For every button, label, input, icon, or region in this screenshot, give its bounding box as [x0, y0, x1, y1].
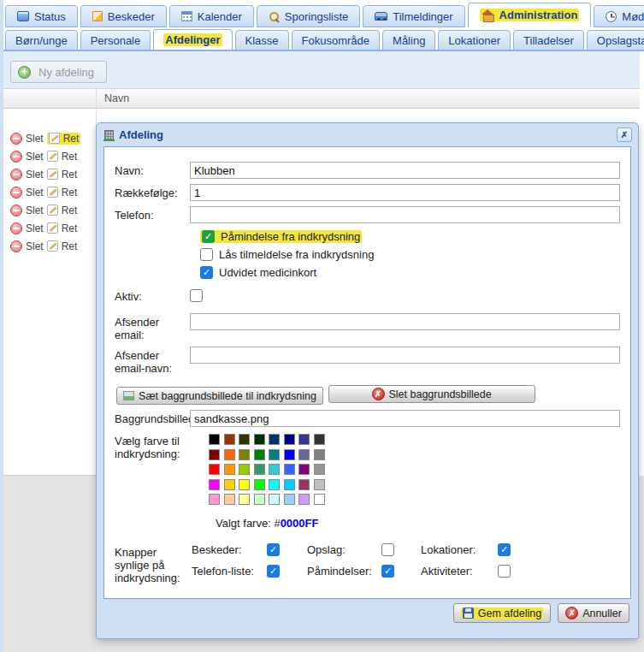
delete-row-action[interactable]: Slet: [10, 222, 44, 234]
aktiviteter--checkbox[interactable]: [498, 565, 511, 578]
close-icon[interactable]: ✗: [617, 127, 632, 142]
color-swatch[interactable]: [284, 464, 295, 475]
p-mindelse-fra-indkrydsning-checkbox[interactable]: ✓: [202, 230, 215, 243]
color-swatch[interactable]: [209, 494, 220, 505]
p-mindelser--checkbox[interactable]: ✓: [381, 565, 394, 578]
color-swatch[interactable]: [314, 494, 325, 505]
color-swatch[interactable]: [209, 434, 220, 445]
aktiv-checkbox[interactable]: [190, 289, 203, 302]
delete-row-action[interactable]: Slet: [10, 187, 44, 199]
edit-row-action[interactable]: Ret: [47, 204, 78, 216]
color-swatch[interactable]: [209, 464, 220, 475]
color-swatch[interactable]: [239, 449, 250, 460]
edit-row-action[interactable]: Ret: [47, 187, 78, 199]
telefon-label: Telefon:: [115, 206, 190, 223]
tab-tilladelser[interactable]: Tilladelser: [513, 30, 584, 50]
tab-lokationer[interactable]: Lokationer: [438, 30, 511, 50]
tab-label: Afdelinger: [165, 33, 220, 46]
color-swatch[interactable]: [269, 449, 280, 460]
color-swatch[interactable]: [298, 449, 310, 460]
navn-input[interactable]: [190, 162, 620, 179]
delete-background-button[interactable]: Slet baggrundsbillede: [328, 385, 535, 403]
color-swatch[interactable]: [269, 464, 280, 475]
color-swatch[interactable]: [269, 494, 280, 505]
house-icon: [482, 9, 494, 21]
color-swatch[interactable]: [284, 494, 295, 505]
delete-row-action[interactable]: Slet: [10, 240, 44, 252]
tab-m-ling[interactable]: Måling: [382, 30, 435, 50]
color-swatch[interactable]: [284, 479, 295, 490]
tab-fokusomr-de[interactable]: Fokusområde: [292, 30, 380, 50]
color-swatch[interactable]: [254, 464, 265, 475]
tab-label: Fokusområde: [302, 34, 369, 47]
delete-row-action[interactable]: Slet: [10, 204, 44, 216]
edit-row-action[interactable]: Ret: [47, 133, 81, 145]
tab-status[interactable]: Status: [5, 5, 78, 27]
set-background-button[interactable]: Sæt baggrundsbillede til indkrydsning: [116, 387, 323, 405]
afsender-email-input[interactable]: [190, 313, 620, 330]
tab-m-detid[interactable]: Mødetid: [594, 5, 644, 27]
tab-kalender[interactable]: Kalender: [169, 5, 254, 27]
tab-klasse[interactable]: Klasse: [235, 30, 289, 50]
color-swatch[interactable]: [239, 494, 250, 505]
delete-row-action[interactable]: Slet: [10, 133, 44, 145]
color-swatch[interactable]: [239, 434, 250, 445]
color-swatch[interactable]: [314, 434, 325, 445]
beskeder--checkbox[interactable]: ✓: [267, 543, 280, 556]
edit-label: Ret: [62, 222, 78, 234]
color-swatch[interactable]: [224, 494, 235, 505]
afsender-email-navn-input[interactable]: [190, 347, 620, 364]
tab-afdelinger[interactable]: Afdelinger: [153, 29, 232, 50]
color-swatch[interactable]: [239, 464, 250, 475]
delete-row-action[interactable]: Slet: [10, 169, 44, 181]
color-swatch[interactable]: [284, 434, 295, 445]
delete-row-action[interactable]: Slet: [10, 151, 44, 163]
color-swatch[interactable]: [298, 479, 310, 490]
tab-beskeder[interactable]: Beskeder: [80, 5, 167, 27]
tab-sporingsliste[interactable]: Sporingsliste: [257, 5, 360, 27]
tab-opslagstavlen[interactable]: Opslagstavlen: [587, 30, 644, 50]
cancel-button[interactable]: Annuller: [558, 603, 629, 623]
color-swatch[interactable]: [314, 449, 325, 460]
tab-b-rn-unge[interactable]: Børn/unge: [5, 30, 78, 50]
color-swatch[interactable]: [298, 464, 310, 475]
color-swatch[interactable]: [209, 479, 220, 490]
color-swatch[interactable]: [314, 464, 325, 475]
color-swatch[interactable]: [269, 434, 280, 445]
color-swatch[interactable]: [269, 479, 280, 490]
l-s-tilmeldelse-fra-indkrydsning-checkbox[interactable]: [200, 248, 213, 261]
color-swatch[interactable]: [224, 464, 235, 475]
table-row: SletRet: [3, 183, 96, 201]
edit-row-action[interactable]: Ret: [47, 240, 78, 252]
color-swatch[interactable]: [254, 494, 265, 505]
color-swatch[interactable]: [298, 494, 310, 505]
tab-personale[interactable]: Personale: [80, 30, 151, 50]
save-department-button[interactable]: Gem afdeling: [453, 603, 551, 623]
color-swatch[interactable]: [254, 449, 265, 460]
edit-row-action[interactable]: Ret: [47, 151, 78, 163]
tab-tilmeldinger[interactable]: Tilmeldinger: [363, 5, 464, 27]
lokationer--checkbox[interactable]: ✓: [498, 543, 511, 556]
edit-row-action[interactable]: Ret: [47, 222, 78, 234]
raekkefoelge-input[interactable]: [190, 184, 620, 201]
tab-label: Kalender: [198, 10, 242, 23]
edit-row-action[interactable]: Ret: [47, 169, 78, 181]
color-swatch[interactable]: [298, 434, 310, 445]
telefon-input[interactable]: [190, 206, 620, 223]
color-swatch[interactable]: [314, 479, 325, 490]
color-swatch[interactable]: [284, 449, 295, 460]
color-swatch[interactable]: [224, 479, 235, 490]
tab-administration[interactable]: Administration: [468, 3, 592, 27]
telefon-liste--checkbox[interactable]: ✓: [267, 565, 280, 578]
color-swatch[interactable]: [254, 479, 265, 490]
color-swatch[interactable]: [239, 479, 250, 490]
opslag--checkbox[interactable]: [381, 543, 394, 556]
udvidet-medicinkort-checkbox[interactable]: ✓: [200, 266, 213, 279]
baggrundsbillede-input[interactable]: [190, 410, 620, 427]
new-department-button[interactable]: Ny afdeling: [10, 61, 107, 83]
color-swatch[interactable]: [254, 434, 265, 445]
color-swatch[interactable]: [209, 449, 220, 460]
color-swatch[interactable]: [224, 434, 235, 445]
color-swatch[interactable]: [224, 449, 235, 460]
grid-header[interactable]: Navn: [3, 89, 640, 109]
